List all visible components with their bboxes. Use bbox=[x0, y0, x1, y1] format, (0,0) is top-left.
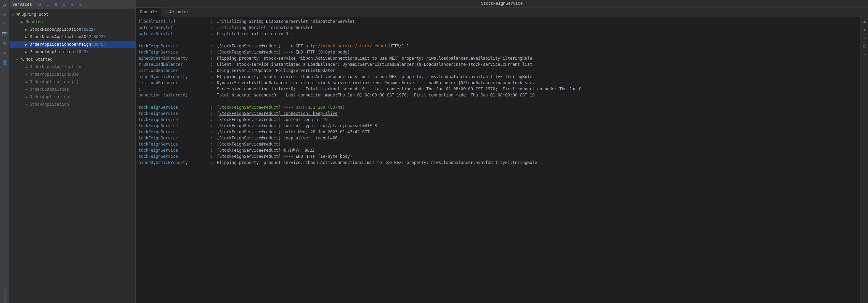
tree-item-order-app[interactable]: ● OrderApplication bbox=[10, 93, 135, 101]
not-started-label: Not Started bbox=[26, 57, 53, 62]
order-1-label: OrderApplication (1) bbox=[30, 80, 79, 85]
product-8023-label: ProductApplication bbox=[30, 50, 74, 55]
tab-actuator[interactable]: ⚡ Actuator bbox=[161, 7, 193, 17]
order-loadbalance-icon: ● bbox=[24, 87, 29, 92]
not-started-icon: 🔧 bbox=[20, 57, 25, 62]
sidebar-icon-sort[interactable]: ⇅ bbox=[1, 20, 9, 28]
log-source-13: tockFeignService bbox=[138, 104, 207, 110]
services-tree: 🌱 Spring Boot ▶ Running ▶ StockNacosAppl… bbox=[10, 10, 135, 303]
sidebar-icon-users[interactable]: 👤 bbox=[1, 59, 9, 66]
tab-console-label: Console bbox=[140, 10, 157, 15]
tree-item-stock-8021[interactable]: ▶ StockNacosApplication :8021/ bbox=[10, 26, 135, 33]
sidebar-icon-bottom2[interactable]: Bookmarks bbox=[1, 292, 9, 300]
log-source-20: tockFeignService bbox=[138, 147, 207, 153]
sidebar-icon-settings[interactable]: ⚙ bbox=[1, 40, 9, 47]
tree-item-order-1[interactable]: ● OrderApplication (1) bbox=[10, 78, 135, 86]
toolbar-add[interactable]: + bbox=[77, 1, 84, 8]
tree-item-order-loadbalance[interactable]: ● OrderLoadbalance bbox=[10, 86, 135, 93]
log-text-11: Successive connection failure:0; Total b… bbox=[217, 86, 582, 92]
log-line-13: tockFeignService : [StockFeignService#re… bbox=[138, 104, 858, 110]
log-blank-1 bbox=[138, 37, 858, 43]
tree-item-order-nacos[interactable]: ● OrderNacosApplication bbox=[10, 63, 135, 71]
tab-console[interactable]: Console bbox=[136, 7, 161, 17]
tree-item-spring-boot[interactable]: 🌱 Spring Boot bbox=[10, 11, 135, 18]
log-line-8: ListLoadBalancer : Using serverListUpdat… bbox=[138, 67, 858, 74]
log-line-15: tockFeignService : [StockFeignService#re… bbox=[138, 117, 858, 123]
stock-8022-icon: ▶ bbox=[24, 35, 29, 40]
log-text-2: Initializing Servlet 'dispatcherServlet' bbox=[217, 25, 315, 31]
log-line-19: tockFeignService : [StockFeignService#re… bbox=[138, 141, 858, 147]
log-line-20: tockFeignService : [StockFeignService#re… bbox=[138, 147, 858, 153]
services-title: Services bbox=[12, 2, 32, 7]
tree-item-order-8030[interactable]: ● OrderApplication8030 bbox=[10, 71, 135, 78]
rt-print[interactable]: ⎙ bbox=[861, 43, 868, 50]
toolbar-more[interactable]: ▼ bbox=[69, 1, 76, 8]
stock-8022-port: :8022/ bbox=[91, 35, 106, 40]
order-app-icon: ● bbox=[24, 95, 29, 100]
services-header: Services ↺ ≡ ⇅ ⚙ ▼ + bbox=[10, 0, 135, 10]
log-text-14: [StockFeignService#reduct] connection: k… bbox=[217, 110, 338, 117]
log-line-3: patcherServlet : Completed initializatio… bbox=[138, 31, 858, 37]
toolbar-filter[interactable]: ⚙ bbox=[61, 1, 68, 8]
order-nacos-label: OrderNacosApplication bbox=[30, 65, 81, 70]
rt-clear[interactable]: ✕ bbox=[861, 51, 868, 58]
log-line-4: tockFeignService : [StockFeignService#re… bbox=[138, 43, 858, 49]
stock-8021-label: StockNacosApplication bbox=[30, 27, 81, 32]
tree-item-stock-8022[interactable]: ▶ StockNacosApplication8022 :8022/ bbox=[10, 33, 135, 41]
log-source-12: onnection failure:0; bbox=[138, 92, 207, 98]
sidebar-icon-bottom1[interactable]: Structure bbox=[1, 276, 9, 283]
sidebar-icon-list[interactable]: ≡ bbox=[1, 11, 9, 18]
order-app-label: OrderApplication bbox=[30, 95, 69, 100]
actuator-icon: ⚡ bbox=[165, 10, 168, 14]
running-arrow bbox=[15, 20, 19, 24]
stock-app-label: StockApplication bbox=[30, 102, 69, 107]
log-text-8: Using serverListUpdater PollingServerLis… bbox=[217, 67, 335, 74]
toolbar-expand-all[interactable]: ⇅ bbox=[53, 1, 59, 8]
order-nacos-icon: ● bbox=[24, 65, 29, 70]
log-line-1: [localhost].[/] : Initializing Spring Di… bbox=[138, 18, 858, 25]
log-link-4[interactable]: http://stock-service/stock/reduct bbox=[306, 43, 387, 49]
sidebar-icon-camera[interactable]: 📷 bbox=[1, 30, 9, 37]
log-text-3: Completed initialization in 3 ms bbox=[217, 31, 296, 37]
log-source-3: patcherServlet bbox=[138, 31, 207, 37]
log-line-5: tockFeignService : [StockFeignService#re… bbox=[138, 49, 858, 55]
sidebar-icon-refresh[interactable]: ↺ bbox=[1, 1, 9, 9]
log-line-2: patcherServlet : Initializing Servlet 'd… bbox=[138, 25, 858, 31]
log-text-20: [StockFeignService#reduct] 扣减库存: 8022 bbox=[217, 147, 314, 153]
tree-item-running[interactable]: ▶ Running bbox=[10, 18, 135, 26]
stock-app-icon: ● bbox=[24, 102, 29, 107]
log-line-6: ainedDynamicProperty : Flipping property… bbox=[138, 55, 858, 61]
log-text-17: [StockFeignService#reduct] date: Wed, 28… bbox=[217, 129, 370, 135]
title-bar-text: StockFeignService bbox=[481, 1, 523, 6]
sidebar-icon-red-stop[interactable]: ■ bbox=[1, 49, 9, 57]
running-label: Running bbox=[26, 20, 43, 25]
log-source-4: tockFeignService bbox=[138, 43, 207, 49]
spring-boot-arrow bbox=[11, 13, 15, 17]
rt-scroll-up[interactable]: ▲ bbox=[861, 18, 868, 25]
toolbar-refresh[interactable]: ↺ bbox=[36, 1, 43, 8]
rt-scroll-down[interactable]: ▼ bbox=[861, 27, 868, 33]
product-8023-port: :8023/ bbox=[74, 50, 89, 55]
log-line-17: tockFeignService : [StockFeignService#re… bbox=[138, 129, 858, 135]
log-line-12: onnection failure:0; Total blackout seco… bbox=[138, 92, 858, 98]
left-sidebar: ↺ ≡ ⇅ 📷 ⚙ ■ 👤 Structure Bookmarks bbox=[0, 0, 10, 303]
log-text-13: [StockFeignService#reduct] <--- HTTP/1.1… bbox=[217, 104, 345, 110]
tree-item-order-openfeign[interactable]: ▶ OrderApplicationopenfeign :8040/ → bbox=[10, 41, 135, 48]
running-icon: ▶ bbox=[20, 20, 25, 25]
rt-wrap[interactable]: ≡ bbox=[861, 35, 868, 42]
log-source-7: r.BaseLoadBalancer bbox=[138, 61, 207, 67]
tree-item-stock-app[interactable]: ● StockApplication bbox=[10, 101, 135, 108]
log-text-12: Total blackout seconds:0; Last connectio… bbox=[217, 92, 535, 98]
tree-item-product-8023[interactable]: ▶ ProductApplication :8023/ bbox=[10, 48, 135, 56]
tree-item-not-started[interactable]: 🔧 Not Started bbox=[10, 56, 135, 63]
log-line-10: ListLoadBalancer : DynamicServerListLoad… bbox=[138, 80, 858, 86]
log-source-6: ainedDynamicProperty bbox=[138, 55, 207, 61]
order-loadbalance-label: OrderLoadbalance bbox=[30, 87, 69, 92]
log-source-2: patcherServlet bbox=[138, 25, 207, 31]
log-text-9: Flipping property: stock-service.ribbon.… bbox=[217, 74, 532, 80]
tab-actuator-label: Actuator bbox=[169, 10, 189, 15]
log-line-18: tockFeignService : [StockFeignService#re… bbox=[138, 135, 858, 141]
toolbar-collapse-all[interactable]: ≡ bbox=[44, 1, 51, 8]
log-text-16: [StockFeignService#reduct] content-type:… bbox=[217, 123, 377, 129]
log-source-15: tockFeignService bbox=[138, 117, 207, 123]
